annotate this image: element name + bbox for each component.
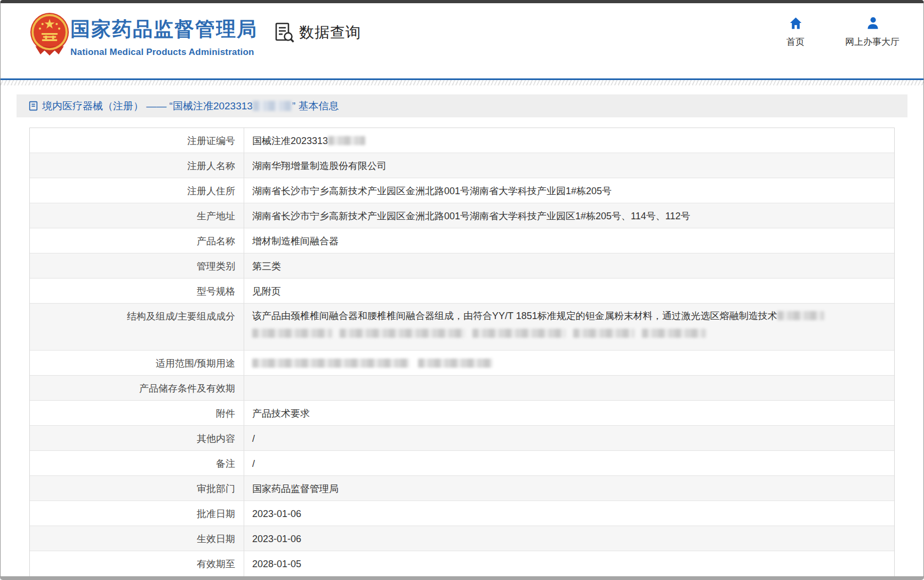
value-text: / — [252, 433, 255, 444]
redacted-text — [642, 329, 706, 338]
table-row: 产品储存条件及有效期 — [30, 376, 894, 401]
nav-service-hall-label: 网上办事大厅 — [845, 36, 899, 48]
field-label: 管理类别 — [30, 253, 244, 278]
table-row: 其他内容/ — [30, 426, 894, 451]
field-value: 产品技术要求 — [244, 401, 894, 425]
org-name-zh: 国家药品监督管理局 — [70, 16, 258, 43]
national-emblem-logo[interactable] — [29, 12, 70, 57]
user-icon — [865, 16, 880, 30]
breadcrumb-suffix: 基本信息 — [295, 99, 339, 113]
field-label: 备注 — [30, 451, 244, 475]
table-row: 型号规格见附页 — [30, 279, 894, 304]
table-row: 批准日期2023-01-06 — [30, 501, 894, 526]
table-row: 适用范围/预期用途 — [30, 351, 894, 376]
table-row: 备注/ — [30, 451, 894, 476]
table-row: 注册人住所湖南省长沙市宁乡高新技术产业园区金洲北路001号湖南省大学科技产业园1… — [30, 178, 894, 203]
document-icon — [28, 100, 39, 112]
value-text: 该产品由颈椎椎间融合器和腰椎椎间融合器组成，由符合YY/T 1851标准规定的钽… — [252, 311, 777, 321]
value-text: 2023-01-06 — [252, 509, 301, 519]
redacted-text — [472, 329, 566, 338]
nav-online-service-hall[interactable]: 网上办事大厅 — [845, 16, 899, 48]
value-text: 国械注准2023313 — [252, 136, 328, 146]
field-label: 产品储存条件及有效期 — [30, 376, 244, 400]
field-value: 2023-01-06 — [244, 526, 894, 551]
redacted-text — [418, 359, 493, 368]
table-row: 产品名称增材制造椎间融合器 — [30, 228, 894, 253]
brand-title: 国家药品监督管理局 National Medical Products Admi… — [70, 16, 258, 58]
data-query-label: 数据查询 — [299, 22, 361, 43]
field-value: 增材制造椎间融合器 — [244, 228, 894, 253]
field-value: 国家药品监督管理局 — [244, 476, 894, 500]
breadcrumb: 境内医疗器械（注册） —— “国械注准2023313 ” 基本信息 — [17, 94, 907, 117]
registration-info-table: 注册证编号国械注准2023313注册人名称湖南华翔增量制造股份有限公司注册人住所… — [29, 128, 895, 576]
field-value: 2023-01-06 — [244, 501, 894, 526]
field-label: 批准日期 — [30, 501, 244, 526]
table-row: 注册证编号国械注准2023313 — [30, 128, 894, 153]
field-value — [244, 351, 894, 375]
table-row: 附件产品技术要求 — [30, 401, 894, 426]
field-label: 型号规格 — [30, 279, 244, 303]
field-label: 产品名称 — [30, 228, 244, 253]
hatched-strip — [0, 80, 924, 85]
field-label: 结构及组成/主要组成成分 — [30, 304, 244, 350]
value-text: 第三类 — [252, 261, 281, 272]
value-text: 湖南省长沙市宁乡高新技术产业园区金洲北路001号湖南省大学科技产业园区1#栋20… — [252, 211, 690, 221]
field-value: 该产品由颈椎椎间融合器和腰椎椎间融合器组成，由符合YY/T 1851标准规定的钽… — [244, 304, 894, 350]
redacted-text — [252, 359, 409, 368]
redacted-text — [777, 311, 824, 320]
table-row: 审批部门国家药品监督管理局 — [30, 476, 894, 501]
redacted-text — [252, 329, 332, 338]
value-text: 国家药品监督管理局 — [252, 483, 339, 494]
field-value: 见附页 — [244, 279, 894, 303]
data-query-link[interactable]: 数据查询 — [273, 21, 361, 44]
top-nav: 首页 网上办事大厅 — [777, 16, 899, 48]
redacted-text — [328, 136, 365, 145]
field-label: 适用范围/预期用途 — [30, 351, 244, 375]
breadcrumb-separator: —— — [143, 100, 170, 112]
value-text: 增材制造椎间融合器 — [252, 236, 339, 247]
value-text: 产品技术要求 — [252, 408, 310, 419]
value-text: / — [252, 458, 255, 469]
field-label: 生产地址 — [30, 203, 244, 228]
redacted-text — [253, 101, 292, 111]
table-row: 生效日期2023-01-06 — [30, 526, 894, 551]
value-text: 2028-01-05 — [252, 559, 301, 569]
value-text: 湖南省长沙市宁乡高新技术产业园区金洲北路001号湖南省大学科技产业园1#栋205… — [252, 186, 612, 196]
field-value: 国械注准2023313 — [244, 128, 894, 153]
field-label: 注册人名称 — [30, 153, 244, 178]
field-value: 湖南省长沙市宁乡高新技术产业园区金洲北路001号湖南省大学科技产业园1#栋205… — [244, 178, 894, 203]
home-icon — [789, 16, 803, 30]
field-label: 生效日期 — [30, 526, 244, 551]
redacted-text — [573, 329, 634, 338]
value-text: 湖南华翔增量制造股份有限公司 — [252, 161, 387, 171]
value-text: 2023-01-06 — [252, 534, 301, 544]
redacted-text — [340, 329, 465, 338]
field-value: 2028-01-05 — [244, 551, 894, 576]
org-name-en: National Medical Products Administration — [70, 47, 258, 58]
table-row: 结构及组成/主要组成成分该产品由颈椎椎间融合器和腰椎椎间融合器组成，由符合YY/… — [30, 304, 894, 351]
breadcrumb-category: 境内医疗器械（注册） — [42, 99, 143, 113]
main-content: 境内医疗器械（注册） —— “国械注准2023313 ” 基本信息 注册证编号国… — [0, 85, 924, 576]
table-row: 注册人名称湖南华翔增量制造股份有限公司 — [30, 153, 894, 178]
field-value: 湖南华翔增量制造股份有限公司 — [244, 153, 894, 178]
table-row: 有效期至2028-01-05 — [30, 551, 894, 576]
table-row: 生产地址湖南省长沙市宁乡高新技术产业园区金洲北路001号湖南省大学科技产业园区1… — [30, 203, 894, 228]
field-value: / — [244, 451, 894, 475]
field-label: 注册证编号 — [30, 128, 244, 153]
document-search-icon — [273, 21, 295, 44]
field-value: 湖南省长沙市宁乡高新技术产业园区金洲北路001号湖南省大学科技产业园区1#栋20… — [244, 203, 894, 228]
field-label: 附件 — [30, 401, 244, 425]
field-label: 审批部门 — [30, 476, 244, 500]
nav-home-label: 首页 — [786, 36, 805, 48]
site-header: 国家药品监督管理局 National Medical Products Admi… — [0, 0, 924, 78]
breadcrumb-regno-prefix: “国械注准2023313 — [170, 99, 253, 113]
field-label: 注册人住所 — [30, 178, 244, 203]
value-text: 见附页 — [252, 286, 281, 297]
field-value: 第三类 — [244, 253, 894, 278]
nav-home[interactable]: 首页 — [777, 16, 814, 48]
field-value: / — [244, 426, 894, 450]
field-label: 有效期至 — [30, 551, 244, 576]
table-row: 管理类别第三类 — [30, 253, 894, 279]
field-value — [244, 376, 894, 400]
field-label: 其他内容 — [30, 426, 244, 450]
